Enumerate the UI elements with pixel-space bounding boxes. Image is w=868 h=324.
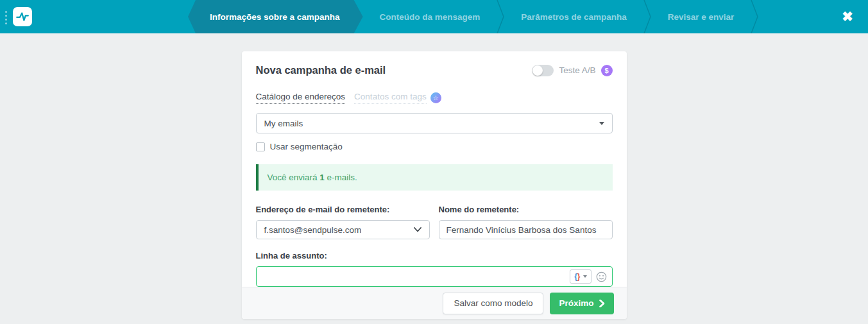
tab-address-book[interactable]: Catálogo de endereços	[256, 92, 346, 104]
alert-count: 1	[319, 173, 325, 182]
next-button[interactable]: Próximo	[550, 293, 613, 314]
alert-text-prefix: Você enviará	[268, 173, 318, 182]
toggle-knob	[532, 65, 543, 76]
wizard-header: Informações sobre a campanha Conteúdo da…	[0, 0, 868, 33]
sender-name-input[interactable]	[439, 220, 613, 239]
mailing-list-select[interactable]: My emails	[256, 113, 613, 133]
smiley-icon	[596, 271, 607, 282]
sender-email-label: Endereço de e-mail do remetente:	[256, 205, 430, 214]
chevron-right-icon	[599, 300, 605, 307]
step-review-send[interactable]: Revisar e enviar	[651, 0, 751, 33]
step-separator-chevron-icon	[751, 0, 758, 33]
segmentation-label: Usar segmentação	[270, 142, 343, 151]
step-campaign-parameters[interactable]: Parâmetros de campanha	[504, 0, 643, 33]
tab-contacts-with-tags[interactable]: Contatos com tags	[354, 92, 427, 104]
save-as-template-button[interactable]: Salvar como modelo	[443, 293, 543, 314]
alert-text-suffix: e-mails.	[327, 173, 357, 182]
sender-fields-row: Endereço de e-mail do remetente: f.santo…	[256, 205, 613, 239]
step-message-content[interactable]: Conteúdo da mensagem	[363, 0, 497, 33]
step-label: Parâmetros de campanha	[521, 12, 626, 22]
close-brace-icon: }	[577, 272, 581, 281]
step-separator-chevron-icon	[643, 0, 651, 33]
sendpulse-logo[interactable]	[13, 7, 32, 26]
subject-input[interactable]	[257, 267, 570, 286]
ab-test-label: Teste A/B	[559, 65, 595, 75]
star-badge-icon: ☆	[430, 92, 441, 103]
subject-label: Linha de assunto:	[256, 251, 613, 260]
sender-name-field: Nome do remetente:	[439, 205, 613, 239]
tab-contacts-with-tags-group[interactable]: Contatos com tags ☆	[354, 92, 441, 104]
next-button-label: Próximo	[559, 298, 593, 308]
segmentation-checkbox-row[interactable]: Usar segmentação	[256, 142, 613, 151]
mailing-list-value: My emails	[264, 119, 303, 128]
segmentation-checkbox[interactable]	[256, 142, 265, 151]
step-label: Informações sobre a campanha	[210, 12, 340, 22]
sender-email-field: Endereço de e-mail do remetente: f.santo…	[256, 205, 430, 239]
close-button[interactable]: ✖	[836, 0, 859, 33]
ab-test-toggle[interactable]	[532, 65, 554, 76]
caret-down-icon	[599, 122, 604, 125]
pulse-icon	[15, 9, 30, 24]
sender-name-label: Nome do remetente:	[439, 205, 613, 214]
drag-handle-icon	[5, 11, 7, 24]
recipient-source-tabs: Catálogo de endereços Contatos com tags …	[256, 92, 613, 104]
step-separator-chevron-icon	[497, 0, 504, 33]
chevron-down-icon	[414, 227, 421, 232]
subject-block: Linha de assunto: {}	[256, 251, 613, 287]
personalization-variables-button[interactable]: {}	[570, 269, 591, 284]
step-label: Conteúdo da mensagem	[380, 12, 481, 22]
paid-feature-dollar-icon: $	[601, 65, 613, 76]
page-title: Nova campanha de e-mail	[256, 64, 386, 76]
caret-down-icon	[583, 275, 587, 278]
step-label: Revisar e enviar	[668, 12, 735, 22]
sender-email-select[interactable]: f.santos@sendpulse.com	[256, 220, 430, 239]
send-count-alert: Você enviará 1 e-mails.	[256, 164, 613, 191]
campaign-card: Nova campanha de e-mail Teste A/B $ Catá…	[242, 51, 627, 319]
sender-email-value: f.santos@sendpulse.com	[264, 225, 362, 235]
emoji-picker-button[interactable]	[596, 271, 607, 282]
step-campaign-info[interactable]: Informações sobre a campanha	[188, 0, 363, 33]
title-row: Nova campanha de e-mail Teste A/B $	[256, 64, 613, 76]
ab-test-control: Teste A/B $	[532, 65, 612, 76]
card-body: Nova campanha de e-mail Teste A/B $ Catá…	[242, 51, 627, 287]
close-icon: ✖	[842, 9, 853, 24]
subject-box: {}	[256, 266, 613, 287]
card-footer: Salvar como modelo Próximo	[242, 287, 627, 319]
wizard-steps: Informações sobre a campanha Conteúdo da…	[188, 0, 758, 33]
